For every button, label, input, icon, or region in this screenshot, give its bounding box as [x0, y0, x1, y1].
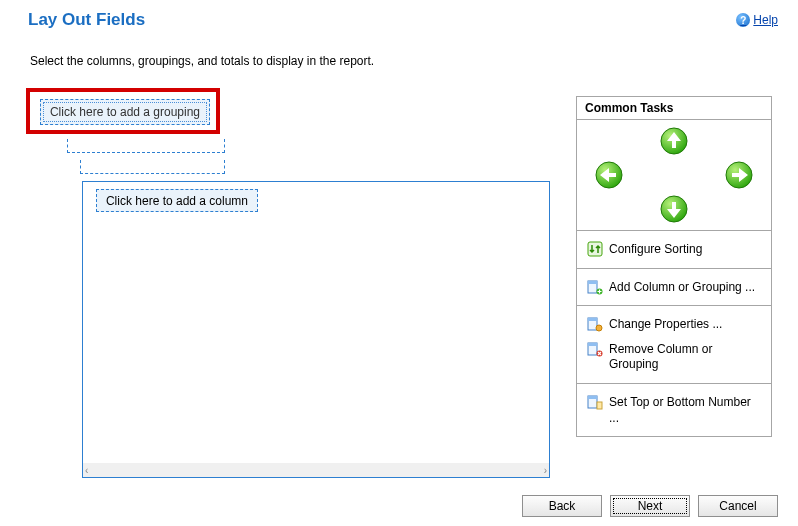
- help-link[interactable]: ? Help: [736, 13, 778, 27]
- instruction-text: Select the columns, groupings, and total…: [0, 38, 798, 68]
- task-set-top-bottom[interactable]: Set Top or Bottom Number ...: [577, 390, 771, 430]
- task-label: Configure Sorting: [609, 241, 761, 258]
- add-grouping-dropzone[interactable]: Click here to add a grouping: [40, 99, 210, 125]
- svg-rect-16: [597, 402, 602, 409]
- common-tasks-panel: Common Tasks: [576, 96, 772, 437]
- task-label: Add Column or Grouping ...: [609, 279, 761, 296]
- scroll-right-arrow-icon[interactable]: ›: [544, 465, 547, 476]
- grouping-connector-1: [67, 139, 225, 153]
- arrow-down-icon: [659, 194, 689, 224]
- remove-column-icon: [587, 341, 603, 357]
- svg-rect-12: [588, 343, 597, 346]
- page-title: Lay Out Fields: [28, 10, 145, 30]
- next-button[interactable]: Next: [610, 495, 690, 517]
- task-label: Remove Column or Grouping: [609, 341, 761, 373]
- task-label: Change Properties ...: [609, 316, 761, 333]
- svg-rect-15: [588, 396, 597, 399]
- task-label: Set Top or Bottom Number ...: [609, 394, 761, 426]
- move-down-button[interactable]: [659, 194, 689, 224]
- help-icon: ?: [736, 13, 750, 27]
- svg-point-10: [596, 325, 602, 331]
- task-add-column[interactable]: Add Column or Grouping ...: [577, 275, 771, 300]
- task-configure-sorting[interactable]: Configure Sorting: [577, 237, 771, 262]
- task-remove-column[interactable]: Remove Column or Grouping: [577, 337, 771, 377]
- add-column-dropzone[interactable]: Click here to add a column: [96, 189, 258, 212]
- arrow-up-icon: [659, 126, 689, 156]
- help-label: Help: [753, 13, 778, 27]
- move-up-button[interactable]: [659, 126, 689, 156]
- sort-icon: [587, 241, 603, 257]
- horizontal-scrollbar[interactable]: ‹ ›: [83, 463, 549, 477]
- move-left-button[interactable]: [594, 160, 624, 190]
- common-tasks-header: Common Tasks: [577, 97, 771, 120]
- grouping-connector-2: [80, 160, 225, 174]
- properties-icon: [587, 316, 603, 332]
- arrow-pad: [577, 120, 771, 230]
- wizard-buttons: Back Next Cancel: [522, 495, 778, 517]
- add-column-icon: [587, 279, 603, 295]
- arrow-right-icon: [724, 160, 754, 190]
- add-column-label: Click here to add a column: [106, 194, 248, 208]
- svg-rect-6: [588, 281, 597, 284]
- task-change-properties[interactable]: Change Properties ...: [577, 312, 771, 337]
- column-canvas: Click here to add a column ‹ ›: [82, 181, 550, 478]
- scroll-left-arrow-icon[interactable]: ‹: [85, 465, 88, 476]
- move-right-button[interactable]: [724, 160, 754, 190]
- arrow-left-icon: [594, 160, 624, 190]
- cancel-button[interactable]: Cancel: [698, 495, 778, 517]
- back-button[interactable]: Back: [522, 495, 602, 517]
- svg-rect-9: [588, 318, 597, 321]
- add-grouping-label: Click here to add a grouping: [50, 105, 200, 119]
- header-row: Lay Out Fields ? Help: [0, 0, 798, 38]
- svg-rect-4: [588, 242, 602, 256]
- top-bottom-icon: [587, 394, 603, 410]
